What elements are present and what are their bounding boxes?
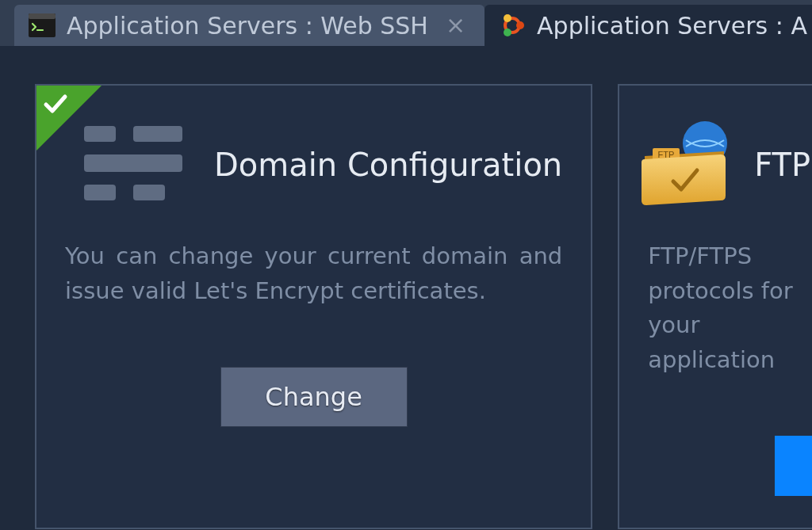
card-description: FTP/FTPS protocols for your application (619, 220, 812, 377)
card-domain-configuration: Domain Configuration You can change your… (35, 84, 592, 529)
status-enabled-badge (36, 86, 102, 151)
button-label: Change (265, 382, 362, 412)
tab-bar: Application Servers : Web SSH × Applicat… (0, 0, 812, 46)
close-icon[interactable]: × (446, 13, 465, 37)
card-ftp: FTP FTP FTP/FTPS protocols for your appl… (618, 84, 812, 529)
tab-web-ssh[interactable]: Application Servers : Web SSH × (14, 5, 485, 46)
svg-point-6 (504, 29, 511, 36)
ftp-action-button[interactable] (775, 436, 812, 496)
card-title: Domain Configuration (214, 147, 562, 183)
svg-rect-8 (133, 126, 182, 142)
ubuntu-icon (499, 12, 526, 39)
card-title: FTP (754, 147, 810, 183)
card-row: Domain Configuration You can change your… (0, 46, 812, 529)
check-icon (43, 92, 68, 117)
change-button[interactable]: Change (220, 367, 408, 427)
svg-rect-11 (133, 185, 165, 200)
tab-label: Application Servers : A (537, 12, 807, 40)
ftp-folder-icon: FTP (638, 120, 733, 210)
terminal-icon (29, 13, 56, 37)
svg-rect-9 (84, 154, 182, 172)
tab-app-servers[interactable]: Application Servers : A (485, 5, 812, 46)
card-description: You can change your current domain and i… (36, 220, 591, 308)
svg-point-4 (516, 21, 524, 29)
svg-point-5 (504, 14, 511, 22)
tab-label: Application Servers : Web SSH (67, 12, 428, 40)
svg-rect-10 (84, 185, 116, 200)
svg-rect-1 (29, 13, 56, 19)
